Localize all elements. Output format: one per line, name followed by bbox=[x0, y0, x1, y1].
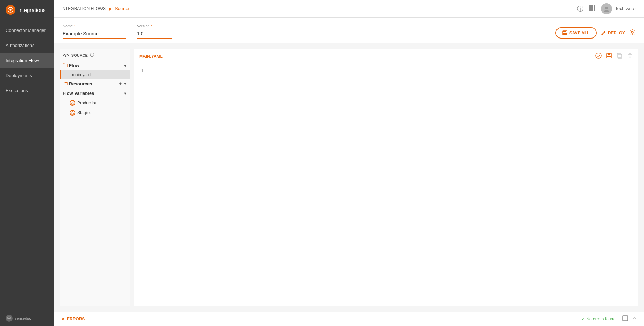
sidebar-item-deployments[interactable]: Deployments bbox=[0, 68, 54, 83]
svg-rect-26 bbox=[623, 316, 628, 321]
deploy-button[interactable]: DEPLOY bbox=[601, 30, 625, 35]
line-numbers: 1 bbox=[134, 64, 148, 306]
svg-point-17 bbox=[631, 31, 634, 33]
flow-folder[interactable]: Flow ▼ bbox=[60, 61, 130, 70]
version-field: Version * bbox=[137, 24, 172, 39]
svg-rect-4 bbox=[594, 5, 595, 7]
sensedia-dot-icon bbox=[6, 315, 13, 322]
sidebar-item-authorizations[interactable]: Authorizations bbox=[0, 38, 54, 53]
resources-chevron-icon: ▼ bbox=[123, 82, 127, 86]
svg-rect-14 bbox=[564, 31, 566, 32]
errors-label: ERRORS bbox=[67, 317, 85, 321]
help-icon[interactable]: ⓘ bbox=[577, 5, 583, 13]
svg-rect-23 bbox=[607, 56, 611, 57]
sidebar-nav: Connector Manager Authorizations Integra… bbox=[0, 20, 54, 311]
breadcrumb-root[interactable]: INTEGRATION FLOWS bbox=[61, 6, 106, 11]
svg-rect-10 bbox=[594, 9, 595, 11]
name-field: Name * bbox=[63, 24, 126, 39]
name-required: * bbox=[74, 24, 75, 28]
env-staging[interactable]: Staging bbox=[60, 108, 130, 118]
user-name: Tech writer bbox=[615, 6, 637, 11]
svg-rect-8 bbox=[589, 9, 591, 11]
code-actions bbox=[595, 53, 633, 60]
svg-point-20 bbox=[596, 53, 601, 58]
user-info: Tech writer bbox=[601, 3, 637, 14]
sidebar: Integrations Connector Manager Authoriza… bbox=[0, 0, 54, 326]
form-actions: SAVE ALL DEPLOY bbox=[555, 27, 636, 39]
svg-rect-3 bbox=[592, 5, 593, 7]
content-area: Name * Version * bbox=[54, 18, 644, 326]
save-button[interactable] bbox=[606, 53, 612, 60]
form-row: Name * Version * bbox=[54, 18, 644, 43]
code-editor[interactable]: 1 bbox=[134, 64, 638, 306]
production-env-icon bbox=[70, 100, 75, 106]
sidebar-item-connector-manager[interactable]: Connector Manager bbox=[0, 23, 54, 38]
code-header: MAIN.YAML bbox=[134, 49, 638, 64]
env-production[interactable]: Production bbox=[60, 98, 130, 108]
svg-marker-18 bbox=[71, 102, 74, 104]
source-header: </> SOURCE ⓘ bbox=[60, 49, 130, 61]
no-errors-message: ✓ No errors found! bbox=[581, 317, 617, 321]
name-input[interactable] bbox=[63, 29, 126, 39]
errors-section: ✕ ERRORS bbox=[61, 317, 85, 321]
delete-button[interactable] bbox=[627, 53, 633, 60]
staging-env-icon bbox=[70, 110, 75, 116]
main-content: INTEGRATION FLOWS ► Source ⓘ bbox=[54, 0, 644, 326]
topbar: INTEGRATION FLOWS ► Source ⓘ bbox=[54, 0, 644, 18]
settings-icon bbox=[629, 29, 636, 35]
name-label: Name * bbox=[63, 24, 126, 28]
bottom-bar: ✕ ERRORS ✓ No errors found! bbox=[54, 312, 644, 326]
grid-icon[interactable] bbox=[589, 5, 595, 13]
svg-rect-2 bbox=[589, 5, 591, 7]
code-filename: MAIN.YAML bbox=[139, 54, 163, 59]
save-all-button[interactable]: SAVE ALL bbox=[555, 27, 597, 39]
sidebar-item-integration-flows[interactable]: Integration Flows bbox=[0, 53, 54, 68]
version-input[interactable] bbox=[137, 29, 172, 39]
copy-button[interactable] bbox=[616, 53, 623, 60]
file-item-main-yaml[interactable]: main.yaml bbox=[60, 70, 130, 79]
svg-rect-7 bbox=[594, 7, 595, 9]
x-icon: ✕ bbox=[61, 317, 65, 321]
svg-rect-15 bbox=[563, 33, 567, 35]
code-content[interactable] bbox=[148, 64, 638, 306]
flow-variables-folder[interactable]: Flow Variables ▼ bbox=[60, 89, 130, 98]
resources-folder[interactable]: Resources + ▼ bbox=[60, 79, 130, 89]
svg-marker-19 bbox=[71, 111, 74, 114]
code-icon: </> bbox=[63, 53, 69, 58]
avatar bbox=[601, 3, 612, 14]
svg-point-16 bbox=[603, 33, 604, 34]
flow-folder-icon bbox=[63, 63, 68, 68]
editor-area: </> SOURCE ⓘ Flow ▼ main.yaml bbox=[54, 43, 644, 312]
version-label: Version * bbox=[137, 24, 172, 28]
breadcrumb-current: Source bbox=[115, 6, 129, 11]
sensedia-logo: sensedia. bbox=[6, 315, 31, 322]
svg-point-11 bbox=[605, 7, 608, 9]
svg-point-12 bbox=[604, 10, 609, 12]
bottom-actions bbox=[622, 315, 637, 322]
breadcrumb-arrow-icon: ► bbox=[108, 6, 113, 12]
settings-button[interactable] bbox=[629, 29, 636, 37]
file-panel: </> SOURCE ⓘ Flow ▼ main.yaml bbox=[60, 49, 130, 306]
validate-button[interactable] bbox=[595, 53, 602, 60]
version-required: * bbox=[151, 24, 152, 28]
topbar-right: ⓘ bbox=[577, 3, 637, 14]
form-fields: Name * Version * bbox=[63, 24, 172, 39]
save-icon bbox=[562, 30, 567, 35]
sidebar-item-executions[interactable]: Executions bbox=[0, 83, 54, 98]
svg-rect-9 bbox=[592, 9, 593, 11]
svg-rect-22 bbox=[608, 53, 610, 55]
breadcrumb: INTEGRATION FLOWS ► Source bbox=[61, 6, 129, 12]
sensedia-label: sensedia. bbox=[15, 316, 31, 320]
source-info-icon[interactable]: ⓘ bbox=[90, 52, 94, 58]
expand-button[interactable] bbox=[622, 315, 628, 322]
app-title: Integrations bbox=[18, 7, 46, 13]
collapse-button[interactable] bbox=[631, 315, 637, 322]
sidebar-footer: sensedia. bbox=[0, 311, 54, 326]
deploy-icon bbox=[601, 30, 606, 35]
logo-icon bbox=[6, 5, 15, 15]
svg-rect-5 bbox=[589, 7, 591, 9]
resources-plus-icon[interactable]: + bbox=[119, 81, 122, 86]
flow-variables-chevron-icon: ▼ bbox=[123, 91, 127, 96]
resources-folder-icon bbox=[63, 81, 68, 86]
app-logo[interactable]: Integrations bbox=[0, 0, 54, 20]
